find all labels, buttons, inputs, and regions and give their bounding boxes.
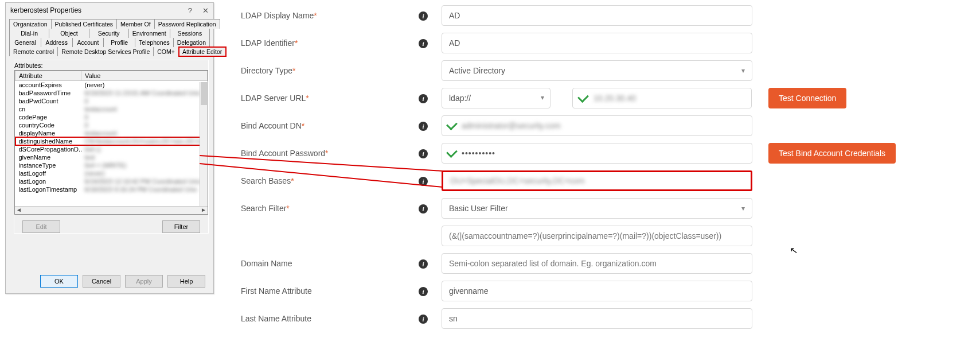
table-row[interactable]: dSCorePropagationD...0x0 () bbox=[15, 145, 208, 153]
domain-name-label: Domain Name bbox=[241, 259, 292, 268]
properties-dialog: kerberostest Properties ? ✕ Organization… bbox=[5, 2, 214, 294]
ldap-display-name-input[interactable] bbox=[442, 5, 752, 26]
attributes-label: Attributes: bbox=[14, 62, 208, 69]
attr-value: 0x0 () bbox=[81, 145, 208, 153]
test-connection-button[interactable]: Test Connection bbox=[768, 88, 846, 108]
close-icon[interactable]: ✕ bbox=[202, 6, 209, 15]
attr-name: codePage bbox=[15, 113, 81, 121]
info-icon[interactable]: i bbox=[419, 287, 428, 296]
search-filter-value: Basic User Filter bbox=[449, 204, 508, 213]
info-icon[interactable]: i bbox=[419, 149, 428, 158]
tab-remote-control[interactable]: Remote control bbox=[9, 47, 58, 56]
info-icon[interactable]: i bbox=[419, 122, 428, 131]
tab-profile[interactable]: Profile bbox=[104, 38, 135, 47]
table-row[interactable]: badPasswordTime6/19/2023 11:23:01 AM Coo… bbox=[15, 89, 208, 97]
search-bases-input[interactable]: OU=SpecialOU,DC=security,DC=com bbox=[442, 170, 752, 191]
table-row[interactable]: codePage0 bbox=[15, 113, 208, 121]
edit-button[interactable]: Edit bbox=[22, 220, 60, 233]
dialog-tabstrip: OrganizationPublished CertificatesMember… bbox=[9, 19, 210, 56]
tab-com-[interactable]: COM+ bbox=[154, 47, 179, 56]
tab-address[interactable]: Address bbox=[41, 38, 73, 47]
filter-button[interactable]: Filter bbox=[162, 220, 200, 233]
search-filter-expression-input[interactable] bbox=[442, 226, 752, 246]
first-name-attribute-input[interactable] bbox=[442, 281, 752, 301]
ldap-host-input[interactable]: 10.20.30.40 bbox=[572, 88, 752, 108]
table-row[interactable]: countryCode0 bbox=[15, 121, 208, 129]
attr-name: lastLogon bbox=[15, 177, 81, 185]
last-name-attribute-label: Last Name Attribute bbox=[241, 314, 311, 323]
attr-value: 6/18/2023 9:16:24 PM Coordinated Univ bbox=[81, 185, 208, 193]
scrollbar-thumb[interactable] bbox=[201, 82, 207, 105]
tab-object[interactable]: Object bbox=[49, 29, 89, 38]
table-row[interactable]: instanceType0x4 = (WRITE) bbox=[15, 161, 208, 169]
ok-button[interactable]: OK bbox=[40, 275, 78, 288]
check-icon bbox=[577, 91, 589, 103]
horizontal-scrollbar[interactable]: ◄ ► bbox=[15, 206, 208, 214]
scroll-right-icon[interactable]: ► bbox=[200, 207, 208, 214]
tab-sessions[interactable]: Sessions bbox=[170, 29, 210, 38]
first-name-attribute-label: First Name Attribute bbox=[241, 286, 312, 296]
dialog-titlebar: kerberostest Properties ? ✕ bbox=[6, 3, 213, 18]
info-icon[interactable]: i bbox=[419, 259, 428, 269]
bind-account-dn-input[interactable]: administrator@security.com bbox=[442, 115, 752, 136]
info-icon[interactable]: i bbox=[419, 94, 428, 103]
tab-remote-desktop-services-profile[interactable]: Remote Desktop Services Profile bbox=[58, 47, 154, 56]
test-bind-credentials-button[interactable]: Test Bind Account Credentials bbox=[768, 143, 896, 164]
attr-value: test bbox=[81, 153, 208, 161]
tab-organization[interactable]: Organization bbox=[9, 19, 52, 29]
attr-value: 6/19/2023 12:10:42 PM Coordinated Univ bbox=[81, 177, 208, 185]
table-row[interactable]: lastLogon6/19/2023 12:10:42 PM Coordinat… bbox=[15, 177, 208, 185]
table-row[interactable]: cntestaccount bbox=[15, 105, 208, 113]
bind-account-password-input[interactable]: •••••••••• bbox=[442, 143, 752, 164]
attr-name: cn bbox=[15, 105, 81, 113]
attr-name: instanceType bbox=[15, 161, 81, 169]
table-row[interactable]: lastLogoff(never) bbox=[15, 169, 208, 177]
info-icon[interactable]: i bbox=[419, 177, 428, 186]
attr-value: 6/19/2023 11:23:01 AM Coordinated Univ bbox=[81, 89, 208, 97]
tab-account[interactable]: Account bbox=[73, 38, 104, 47]
help-button[interactable]: Help bbox=[167, 275, 205, 288]
tab-telephones[interactable]: Telephones bbox=[135, 38, 174, 47]
tab-attribute-editor[interactable]: Attribute Editor bbox=[179, 47, 226, 56]
search-filter-select[interactable]: Basic User Filter bbox=[442, 198, 752, 219]
attributes-table[interactable]: Attribute Value accountExpires(never)bad… bbox=[15, 71, 208, 193]
directory-type-select[interactable]: Active Directory bbox=[442, 60, 752, 81]
table-row[interactable]: lastLogonTimestamp6/18/2023 9:16:24 PM C… bbox=[15, 185, 208, 193]
check-icon bbox=[446, 119, 458, 130]
domain-name-input[interactable] bbox=[442, 253, 752, 274]
tab-published-certificates[interactable]: Published Certificates bbox=[52, 19, 118, 29]
info-icon[interactable]: i bbox=[419, 204, 428, 214]
tab-general[interactable]: General bbox=[9, 38, 41, 47]
table-row[interactable]: accountExpires(never) bbox=[15, 81, 208, 90]
ldap-protocol-value: ldap:// bbox=[449, 94, 471, 103]
ldap-identifier-input[interactable] bbox=[442, 33, 752, 53]
info-icon[interactable]: i bbox=[419, 11, 428, 21]
attr-name: countryCode bbox=[15, 121, 81, 129]
apply-button[interactable]: Apply bbox=[125, 275, 163, 288]
vertical-scrollbar[interactable] bbox=[200, 82, 208, 206]
table-row[interactable]: displayNametestaccount bbox=[15, 129, 208, 137]
tab-member-of[interactable]: Member Of bbox=[117, 19, 155, 29]
attr-value: (never) bbox=[81, 81, 208, 90]
search-filter-label: Search Filter bbox=[241, 204, 286, 213]
ldap-protocol-select[interactable]: ldap:// bbox=[442, 88, 550, 108]
tab-delegation[interactable]: Delegation bbox=[174, 38, 210, 47]
attr-value: 0x4 = (WRITE) bbox=[81, 161, 208, 169]
tab-dial-in[interactable]: Dial-in bbox=[9, 29, 49, 38]
col-value[interactable]: Value bbox=[81, 71, 208, 81]
col-attribute[interactable]: Attribute bbox=[15, 71, 81, 81]
info-icon[interactable]: i bbox=[419, 315, 428, 324]
attr-name: badPwdCount bbox=[15, 97, 81, 105]
tab-environment[interactable]: Environment bbox=[129, 29, 170, 38]
help-icon[interactable]: ? bbox=[188, 6, 192, 15]
tab-security[interactable]: Security bbox=[89, 29, 129, 38]
info-icon[interactable]: i bbox=[419, 39, 428, 48]
bind-account-dn-value: administrator@security.com bbox=[462, 121, 561, 130]
last-name-attribute-input[interactable] bbox=[442, 308, 752, 329]
table-row[interactable]: distinguishedNameCN=testaccount,OU=users… bbox=[15, 137, 208, 145]
tab-password-replication[interactable]: Password Replication bbox=[155, 19, 220, 29]
table-row[interactable]: givenNametest bbox=[15, 153, 208, 161]
scroll-left-icon[interactable]: ◄ bbox=[15, 207, 23, 214]
cancel-button[interactable]: Cancel bbox=[83, 275, 120, 288]
table-row[interactable]: badPwdCount0 bbox=[15, 97, 208, 105]
